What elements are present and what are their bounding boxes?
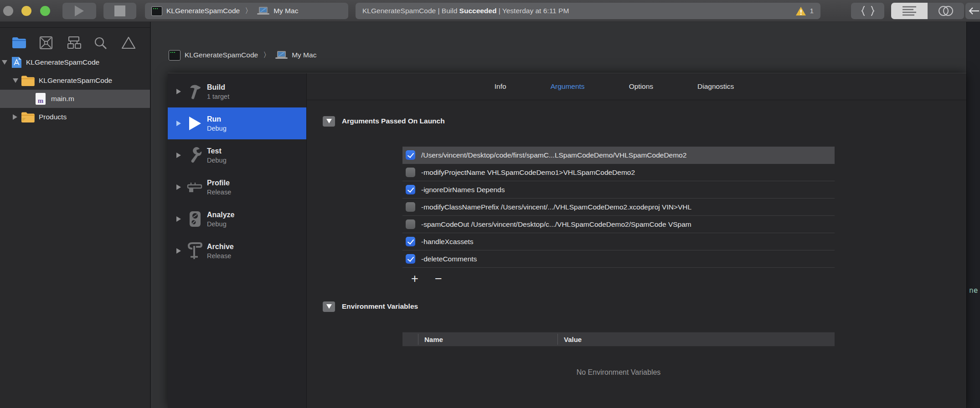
tree-row-project[interactable]: KLGenerateSpamCode bbox=[0, 53, 150, 71]
disclosure-open-icon[interactable] bbox=[13, 78, 18, 83]
disclosure-closed-icon[interactable] bbox=[176, 216, 181, 222]
column-header-name[interactable]: Name bbox=[418, 332, 557, 346]
tree-label: main.m bbox=[51, 95, 74, 103]
disclosure-closed-icon[interactable] bbox=[176, 89, 181, 94]
my-mac-icon bbox=[275, 51, 288, 60]
scheme-name: KLGenerateSpamCode bbox=[166, 7, 240, 15]
traffic-light-zoom[interactable] bbox=[40, 6, 50, 16]
box-x-icon bbox=[39, 36, 53, 50]
argument-row[interactable]: -modifyClassNamePrefix /Users/vincent/..… bbox=[402, 199, 835, 216]
argument-text: -deleteComments bbox=[421, 255, 477, 263]
add-argument-button[interactable]: + bbox=[407, 271, 423, 286]
environment-section-header: Environment Variables bbox=[323, 300, 966, 313]
argument-text: /Users/vincent/Desktop/code/first/spamC.… bbox=[421, 151, 686, 159]
tree-label: KLGenerateSpamCode bbox=[26, 58, 99, 66]
code-fragment: ne bbox=[969, 286, 978, 295]
disclosure-open-icon[interactable] bbox=[2, 60, 7, 65]
status-text: KLGenerateSpamCode | Build Succeeded | Y… bbox=[362, 7, 569, 15]
argument-row[interactable]: -modifyProjectName VHLSpamCodeDemo1>VHLS… bbox=[402, 164, 835, 181]
stop-button[interactable] bbox=[103, 3, 136, 19]
argument-row[interactable]: -spamCodeOut /Users/vincent/Desktop/c...… bbox=[402, 216, 835, 233]
braces-icon bbox=[861, 6, 875, 16]
action-subtitle: Debug bbox=[207, 220, 234, 228]
argument-checkbox[interactable] bbox=[406, 150, 415, 160]
env-empty-message: No Environment Variables bbox=[402, 368, 835, 377]
run-button[interactable] bbox=[62, 3, 96, 19]
code-snippet-button[interactable] bbox=[851, 3, 884, 19]
symbol-navigator-tab[interactable] bbox=[38, 36, 54, 50]
warning-count: 1 bbox=[810, 7, 814, 15]
folder-icon bbox=[12, 37, 26, 49]
scheme-selector[interactable]: KLGenerateSpamCode 〉 My Mac bbox=[145, 3, 348, 19]
play-icon bbox=[75, 5, 84, 16]
action-run[interactable]: Run Debug bbox=[168, 107, 306, 139]
tab-arguments[interactable]: Arguments bbox=[551, 82, 585, 91]
argument-text: -modifyProjectName VHLSpamCodeDemo1>VHLS… bbox=[421, 168, 635, 177]
remove-argument-button[interactable]: − bbox=[431, 271, 446, 286]
my-mac-icon bbox=[257, 7, 269, 15]
argument-row[interactable]: -handleXcassets bbox=[402, 233, 835, 250]
warning-triangle-icon bbox=[121, 36, 136, 49]
find-navigator-tab[interactable] bbox=[66, 36, 82, 50]
argument-checkbox[interactable] bbox=[406, 237, 415, 246]
argument-text: -spamCodeOut /Users/vincent/Desktop/c...… bbox=[421, 220, 691, 229]
action-title: Test bbox=[207, 147, 227, 155]
editor-area: KLGenerateSpamCode 〉 My Mac ne bbox=[151, 22, 980, 408]
tree-row-group[interactable]: KLGenerateSpamCode bbox=[0, 71, 150, 90]
search-icon bbox=[94, 36, 107, 49]
action-profile[interactable]: Profile Release bbox=[168, 171, 306, 203]
traffic-light-minimize[interactable] bbox=[21, 6, 31, 16]
action-subtitle: Release bbox=[207, 252, 234, 260]
action-build[interactable]: Build 1 target bbox=[168, 76, 306, 107]
disclosure-closed-icon[interactable] bbox=[176, 153, 181, 158]
tab-diagnostics[interactable]: Diagnostics bbox=[697, 82, 734, 91]
issue-navigator-tab[interactable] bbox=[121, 36, 136, 50]
env-table-header: Name Value bbox=[402, 332, 835, 347]
window-title-bar: KLGenerateSpamCode 〉 My Mac KLGenerateSp… bbox=[0, 0, 980, 22]
section-disclosure-button[interactable] bbox=[323, 116, 335, 127]
action-title: Profile bbox=[207, 179, 231, 187]
argument-checkbox[interactable] bbox=[406, 254, 415, 264]
disclosure-closed-icon[interactable] bbox=[13, 114, 17, 120]
tree-row-products[interactable]: Products bbox=[0, 108, 150, 126]
argument-checkbox[interactable] bbox=[406, 202, 415, 212]
activity-status-bar: KLGenerateSpamCode | Build Succeeded | Y… bbox=[356, 3, 820, 19]
argument-row[interactable]: -ignoreDirNames Depends bbox=[402, 181, 835, 199]
action-analyze[interactable]: Analyze Debug bbox=[168, 203, 306, 235]
jump-bar[interactable]: KLGenerateSpamCode 〉 My Mac bbox=[169, 46, 316, 64]
navigator-tab-bar bbox=[0, 33, 150, 53]
version-editor-button[interactable] bbox=[965, 3, 980, 19]
argument-checkbox[interactable] bbox=[406, 219, 415, 229]
section-disclosure-button[interactable] bbox=[323, 301, 335, 312]
column-header-value[interactable]: Value bbox=[558, 332, 835, 346]
argument-checkbox[interactable] bbox=[406, 185, 415, 194]
disclosure-closed-icon[interactable] bbox=[176, 184, 181, 190]
disclosure-closed-icon[interactable] bbox=[176, 248, 181, 254]
disclosure-closed-icon[interactable] bbox=[176, 121, 181, 126]
tree-row-file[interactable]: m main.m bbox=[0, 90, 150, 108]
traffic-light-close[interactable] bbox=[3, 6, 13, 16]
argument-row[interactable]: -deleteComments bbox=[402, 250, 835, 268]
warning-icon bbox=[796, 7, 806, 15]
assistant-editor-button[interactable] bbox=[928, 3, 964, 19]
analyze-meter-icon bbox=[187, 210, 203, 228]
action-archive[interactable]: Archive Release bbox=[168, 235, 306, 267]
issue-badge[interactable]: 1 bbox=[796, 7, 814, 15]
argument-checkbox[interactable] bbox=[406, 168, 415, 177]
tab-info[interactable]: Info bbox=[495, 82, 506, 91]
background-code-editor: ne bbox=[966, 22, 980, 408]
argument-row[interactable]: /Users/vincent/Desktop/code/first/spamC.… bbox=[402, 147, 835, 164]
run-destination: My Mac bbox=[273, 7, 298, 15]
search-navigator-tab[interactable] bbox=[93, 36, 108, 50]
section-title: Environment Variables bbox=[342, 302, 418, 311]
tab-options[interactable]: Options bbox=[629, 82, 653, 91]
action-test[interactable]: Test Debug bbox=[168, 139, 306, 171]
build-timestamp: Yesterday at 6:11 PM bbox=[502, 7, 569, 15]
launch-arguments-table: /Users/vincent/Desktop/code/first/spamC.… bbox=[402, 147, 835, 268]
standard-editor-button[interactable] bbox=[891, 3, 928, 19]
objc-file-icon: m bbox=[36, 93, 46, 105]
project-navigator-tab[interactable] bbox=[11, 36, 27, 50]
text-lines-icon bbox=[902, 5, 917, 16]
left-arrow-icon bbox=[969, 7, 980, 15]
argument-text: -ignoreDirNames Depends bbox=[421, 186, 505, 194]
